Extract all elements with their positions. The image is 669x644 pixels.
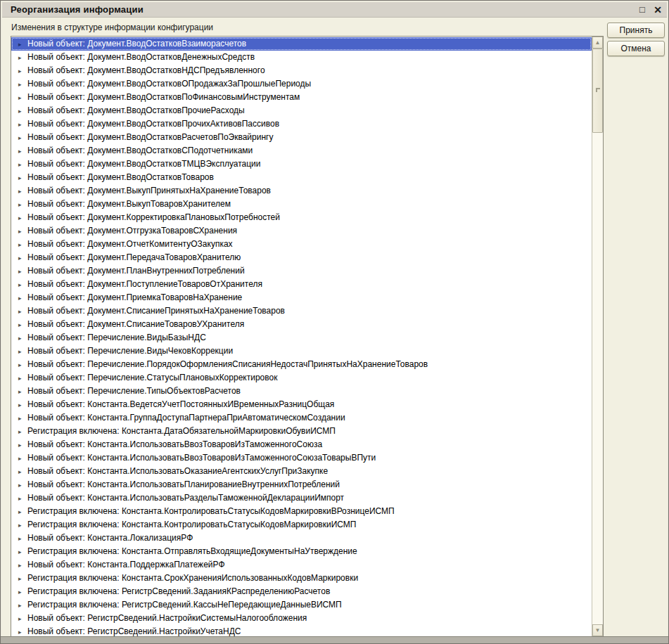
expand-arrow-icon[interactable]: ▸	[18, 359, 27, 371]
expand-arrow-icon[interactable]: ▸	[18, 225, 27, 238]
list-item[interactable]: ▸Новый объект: Константа.ПоддержкаПлатеж…	[11, 558, 592, 572]
vertical-scrollbar[interactable]: ▲ ▼	[592, 37, 603, 636]
expand-arrow-icon[interactable]: ▸	[18, 412, 27, 425]
list-item[interactable]: ▸Новый объект: Документ.ВводОстатковОПро…	[11, 77, 592, 91]
list-item[interactable]: ▸Новый объект: Документ.ВводОстатковПроч…	[11, 117, 592, 131]
list-item[interactable]: ▸Новый объект: Перечисление.СтатусыПлано…	[11, 371, 592, 385]
list-item[interactable]: ▸Новый объект: Перечисление.ПорядокОформ…	[11, 358, 592, 371]
expand-arrow-icon[interactable]: ▸	[18, 105, 27, 117]
list-item[interactable]: ▸Новый объект: Константа.ГруппаДоступаПа…	[11, 411, 592, 425]
expand-arrow-icon[interactable]: ▸	[18, 519, 27, 532]
expand-arrow-icon[interactable]: ▸	[18, 439, 27, 451]
expand-arrow-icon[interactable]: ▸	[18, 399, 27, 411]
list-item[interactable]: ▸Регистрация включена: Константа.Контрол…	[11, 518, 592, 532]
list-item[interactable]: ▸Новый объект: Константа.ИспользоватьВво…	[11, 438, 592, 451]
list-item[interactable]: ▸Новый объект: Документ.ВводОстатковТМЦВ…	[11, 157, 592, 171]
expand-arrow-icon[interactable]: ▸	[18, 559, 27, 572]
expand-arrow-icon[interactable]: ▸	[18, 252, 27, 264]
expand-arrow-icon[interactable]: ▸	[18, 345, 27, 358]
list-item[interactable]: ▸Новый объект: Документ.ВводОстатковПоФи…	[11, 91, 592, 104]
expand-arrow-icon[interactable]: ▸	[18, 612, 27, 625]
expand-arrow-icon[interactable]: ▸	[18, 145, 27, 157]
list-item-label: Новый объект: Документ.ВводОстатковТМЦВЭ…	[27, 159, 260, 169]
list-item[interactable]: ▸Регистрация включена: Константа.ДатаОбя…	[11, 425, 592, 438]
list-item[interactable]: ▸Новый объект: РегистрСведений.Настройки…	[11, 625, 592, 636]
list-item[interactable]: ▸Регистрация включена: Константа.Отправл…	[11, 545, 592, 558]
expand-arrow-icon[interactable]: ▸	[18, 532, 27, 545]
expand-arrow-icon[interactable]: ▸	[18, 492, 27, 505]
list-item[interactable]: ▸Новый объект: Константа.ИспользоватьВво…	[11, 451, 592, 465]
expand-arrow-icon[interactable]: ▸	[18, 372, 27, 385]
expand-arrow-icon[interactable]: ▸	[18, 212, 27, 224]
list-item[interactable]: ▸Новый объект: Перечисление.ВидыБазыНДС	[11, 331, 592, 344]
accept-button[interactable]: Принять	[607, 22, 665, 38]
list-item[interactable]: ▸Новый объект: Документ.ВводОстатковСПод…	[11, 144, 592, 157]
list-item[interactable]: ▸Новый объект: Константа.ИспользоватьПла…	[11, 478, 592, 491]
expand-arrow-icon[interactable]: ▸	[18, 586, 27, 598]
list-item[interactable]: ▸Новый объект: Константа.ВедетсяУчетПост…	[11, 398, 592, 411]
list-item[interactable]: ▸Новый объект: Документ.ОтгрузкаТоваровС…	[11, 224, 592, 238]
scroll-up-icon[interactable]: ▲	[592, 37, 603, 49]
expand-arrow-icon[interactable]: ▸	[18, 546, 27, 558]
list-item[interactable]: ▸Новый объект: Документ.ОтчетКомитентуОЗ…	[11, 238, 592, 251]
list-item[interactable]: ▸Регистрация включена: РегистрСведений.З…	[11, 585, 592, 598]
expand-arrow-icon[interactable]: ▸	[18, 158, 27, 171]
list-item[interactable]: ▸Новый объект: Документ.ВводОстатковНДСП…	[11, 64, 592, 77]
list-item[interactable]: ▸Новый объект: Константа.ИспользоватьОка…	[11, 465, 592, 478]
expand-arrow-icon[interactable]: ▸	[18, 305, 27, 318]
expand-arrow-icon[interactable]: ▸	[18, 38, 27, 51]
cancel-button[interactable]: Отмена	[607, 41, 665, 56]
list-item[interactable]: ▸Новый объект: Документ.КорректировкаПла…	[11, 211, 592, 224]
list-item[interactable]: ▸Новый объект: Документ.ПриемкаТоваровНа…	[11, 291, 592, 304]
expand-arrow-icon[interactable]: ▸	[18, 238, 27, 251]
expand-arrow-icon[interactable]: ▸	[18, 278, 27, 291]
expand-arrow-icon[interactable]: ▸	[18, 78, 27, 91]
expand-arrow-icon[interactable]: ▸	[18, 626, 27, 636]
scroll-down-icon[interactable]: ▼	[592, 624, 603, 636]
expand-arrow-icon[interactable]: ▸	[18, 465, 27, 478]
expand-arrow-icon[interactable]: ▸	[18, 572, 27, 585]
list-item[interactable]: ▸Новый объект: Документ.ВводОстатковДене…	[11, 51, 592, 64]
list-item[interactable]: ▸Новый объект: Перечисление.ВидыЧековКор…	[11, 344, 592, 358]
list-item[interactable]: ▸Новый объект: Документ.СписаниеТоваровУ…	[11, 318, 592, 331]
list-item[interactable]: ▸Новый объект: Документ.ВводОстатковВзаи…	[11, 37, 592, 51]
list-item[interactable]: ▸Регистрация включена: РегистрСведений.К…	[11, 598, 592, 612]
expand-arrow-icon[interactable]: ▸	[18, 318, 27, 331]
maximize-icon[interactable]: □	[636, 4, 649, 16]
expand-arrow-icon[interactable]: ▸	[18, 172, 27, 184]
title-bar[interactable]: Реорганизация информации □ ✕	[2, 2, 667, 18]
expand-arrow-icon[interactable]: ▸	[18, 505, 27, 518]
expand-arrow-icon[interactable]: ▸	[18, 265, 27, 278]
expand-arrow-icon[interactable]: ▸	[18, 292, 27, 304]
list-item[interactable]: ▸Новый объект: Константа.ИспользоватьРаз…	[11, 491, 592, 505]
expand-arrow-icon[interactable]: ▸	[18, 425, 27, 438]
list-item[interactable]: ▸Новый объект: Документ.ВводОстатковРасч…	[11, 131, 592, 144]
expand-arrow-icon[interactable]: ▸	[18, 452, 27, 465]
list-item[interactable]: ▸Новый объект: Документ.СписаниеПринятых…	[11, 304, 592, 318]
expand-arrow-icon[interactable]: ▸	[18, 479, 27, 491]
expand-arrow-icon[interactable]: ▸	[18, 185, 27, 198]
list-item[interactable]: ▸Новый объект: Документ.ПередачаТоваровХ…	[11, 251, 592, 264]
expand-arrow-icon[interactable]: ▸	[18, 332, 27, 344]
expand-arrow-icon[interactable]: ▸	[18, 131, 27, 144]
list-item[interactable]: ▸Новый объект: РегистрСведений.Настройки…	[11, 612, 592, 625]
expand-arrow-icon[interactable]: ▸	[18, 51, 27, 64]
expand-arrow-icon[interactable]: ▸	[18, 198, 27, 211]
list-item[interactable]: ▸Новый объект: Документ.ПланВнутреннихПо…	[11, 264, 592, 278]
expand-arrow-icon[interactable]: ▸	[18, 385, 27, 398]
list-item[interactable]: ▸Новый объект: Документ.ПоступлениеТовар…	[11, 278, 592, 291]
list-item[interactable]: ▸Новый объект: Документ.ВыкупПринятыхНаХ…	[11, 184, 592, 198]
expand-arrow-icon[interactable]: ▸	[18, 118, 27, 131]
scrollbar-thumb[interactable]	[592, 49, 603, 133]
list-item[interactable]: ▸Новый объект: Перечисление.ТипыОбъектов…	[11, 385, 592, 398]
list-item[interactable]: ▸Новый объект: Документ.ВводОстатковТова…	[11, 171, 592, 184]
list-item[interactable]: ▸Новый объект: Документ.ВыкупТоваровХран…	[11, 198, 592, 211]
list-item[interactable]: ▸Новый объект: Документ.ВводОстатковПроч…	[11, 104, 592, 117]
close-icon[interactable]: ✕	[651, 4, 664, 16]
list-item[interactable]: ▸Регистрация включена: Константа.Контрол…	[11, 505, 592, 518]
list-item[interactable]: ▸Регистрация включена: Константа.СрокХра…	[11, 572, 592, 585]
expand-arrow-icon[interactable]: ▸	[18, 599, 27, 612]
list-item[interactable]: ▸Новый объект: Константа.ЛокализацияРФ	[11, 532, 592, 545]
expand-arrow-icon[interactable]: ▸	[18, 65, 27, 77]
expand-arrow-icon[interactable]: ▸	[18, 91, 27, 104]
